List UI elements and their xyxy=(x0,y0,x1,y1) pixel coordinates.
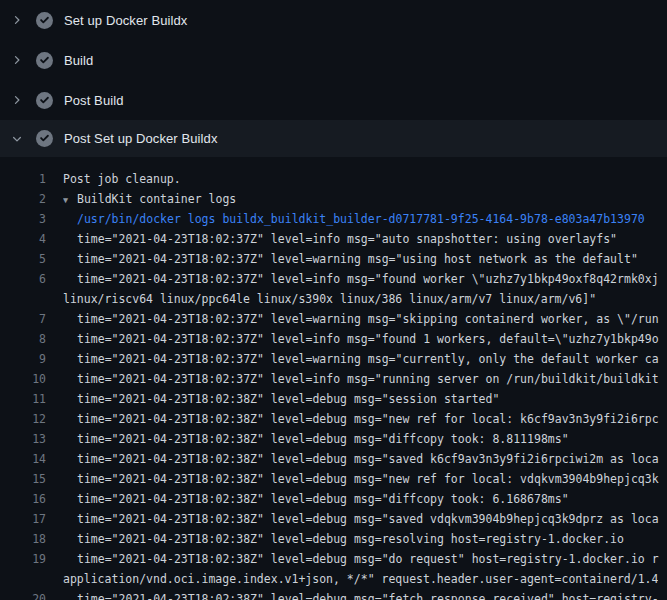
check-circle-icon xyxy=(36,130,53,147)
step-label: Build xyxy=(64,53,93,68)
log-line-text: time="2021-04-23T18:02:38Z" level=debug … xyxy=(77,429,569,449)
line-number[interactable]: 9 xyxy=(0,349,46,369)
log-line-text: time="2021-04-23T18:02:38Z" level=debug … xyxy=(77,469,659,489)
log-line: 20 time="2021-04-23T18:02:38Z" level=deb… xyxy=(0,589,667,600)
log-line: 9 time="2021-04-23T18:02:37Z" level=warn… xyxy=(0,349,667,369)
line-number[interactable]: 17 xyxy=(0,509,46,529)
log-output: 1 Post job cleanup. 2 ▼BuildKit containe… xyxy=(0,157,667,600)
line-number[interactable]: 11 xyxy=(0,389,46,409)
line-number[interactable]: 18 xyxy=(0,529,46,549)
log-line: 5 time="2021-04-23T18:02:37Z" level=warn… xyxy=(0,249,667,269)
log-line-text: time="2021-04-23T18:02:38Z" level=debug … xyxy=(77,529,624,549)
log-line: 2 ▼BuildKit container logs xyxy=(0,189,667,209)
log-line-text: time="2021-04-23T18:02:38Z" level=debug … xyxy=(77,489,569,509)
log-line-text: time="2021-04-23T18:02:37Z" level=info m… xyxy=(77,229,617,249)
chevron-right-icon xyxy=(10,13,24,27)
log-line-text: time="2021-04-23T18:02:38Z" level=debug … xyxy=(77,449,659,469)
log-line: 18 time="2021-04-23T18:02:38Z" level=deb… xyxy=(0,529,667,549)
line-number[interactable]: 10 xyxy=(0,369,46,389)
check-circle-icon xyxy=(36,12,53,29)
line-number[interactable] xyxy=(0,569,46,589)
log-line-text: time="2021-04-23T18:02:37Z" level=warnin… xyxy=(77,249,638,269)
log-line: 6 time="2021-04-23T18:02:37Z" level=info… xyxy=(0,269,667,289)
line-number[interactable]: 7 xyxy=(0,309,46,329)
log-line-text: time="2021-04-23T18:02:37Z" level=warnin… xyxy=(77,349,659,369)
log-line: 19 time="2021-04-23T18:02:38Z" level=deb… xyxy=(0,549,667,569)
log-line: 14 time="2021-04-23T18:02:38Z" level=deb… xyxy=(0,449,667,469)
log-line: linux/riscv64 linux/ppc64le linux/s390x … xyxy=(0,289,667,309)
log-line-text: linux/riscv64 linux/ppc64le linux/s390x … xyxy=(63,289,596,309)
line-number[interactable]: 5 xyxy=(0,249,46,269)
log-line-text: time="2021-04-23T18:02:37Z" level=info m… xyxy=(77,269,659,289)
line-number[interactable]: 1 xyxy=(0,169,46,189)
step-label: Set up Docker Buildx xyxy=(64,13,187,28)
chevron-down-icon xyxy=(10,132,24,146)
log-line: 8 time="2021-04-23T18:02:37Z" level=info… xyxy=(0,329,667,349)
line-number[interactable]: 6 xyxy=(0,269,46,289)
line-number[interactable]: 12 xyxy=(0,409,46,429)
log-line: 16 time="2021-04-23T18:02:38Z" level=deb… xyxy=(0,489,667,509)
log-line: 1 Post job cleanup. xyxy=(0,169,667,189)
log-line-text: application/vnd.oci.image.index.v1+json,… xyxy=(63,569,658,589)
actions-log-viewer: Set up Docker Buildx Build Post Build xyxy=(0,0,667,600)
line-number[interactable]: 19 xyxy=(0,549,46,569)
line-number[interactable]: 2 xyxy=(0,189,46,209)
log-line: 13 time="2021-04-23T18:02:38Z" level=deb… xyxy=(0,429,667,449)
step-header-2[interactable]: Post Build xyxy=(0,80,667,120)
log-line-text: /usr/bin/docker logs buildx_buildkit_bui… xyxy=(77,209,645,229)
step-header-1[interactable]: Build xyxy=(0,40,667,80)
group-toggle-icon[interactable]: ▼ xyxy=(63,190,77,210)
log-line: application/vnd.oci.image.index.v1+json,… xyxy=(0,569,667,589)
log-line-text: ▼BuildKit container logs xyxy=(63,189,236,209)
log-line: 17 time="2021-04-23T18:02:38Z" level=deb… xyxy=(0,509,667,529)
log-line-text: Post job cleanup. xyxy=(63,169,181,189)
log-line: 10 time="2021-04-23T18:02:37Z" level=inf… xyxy=(0,369,667,389)
log-line-text: time="2021-04-23T18:02:37Z" level=info m… xyxy=(77,329,659,349)
line-number[interactable]: 14 xyxy=(0,449,46,469)
line-number[interactable]: 15 xyxy=(0,469,46,489)
log-line-text: time="2021-04-23T18:02:38Z" level=debug … xyxy=(77,509,659,529)
check-circle-icon xyxy=(36,92,53,109)
line-number[interactable]: 3 xyxy=(0,209,46,229)
log-line: 3 /usr/bin/docker logs buildx_buildkit_b… xyxy=(0,209,667,229)
step-label: Post Build xyxy=(64,93,124,108)
step-header-0[interactable]: Set up Docker Buildx xyxy=(0,0,667,40)
log-line: 11 time="2021-04-23T18:02:38Z" level=deb… xyxy=(0,389,667,409)
line-number[interactable]: 20 xyxy=(0,589,46,600)
log-line: 15 time="2021-04-23T18:02:38Z" level=deb… xyxy=(0,469,667,489)
log-line: 7 time="2021-04-23T18:02:37Z" level=warn… xyxy=(0,309,667,329)
line-number[interactable]: 4 xyxy=(0,229,46,249)
step-label: Post Set up Docker Buildx xyxy=(64,131,218,146)
step-list: Set up Docker Buildx Build Post Build xyxy=(0,0,667,157)
chevron-right-icon xyxy=(10,53,24,67)
log-line-text: time="2021-04-23T18:02:38Z" level=debug … xyxy=(77,389,499,409)
line-number[interactable]: 13 xyxy=(0,429,46,449)
log-line-text: time="2021-04-23T18:02:38Z" level=debug … xyxy=(77,549,659,569)
log-line-text: time="2021-04-23T18:02:38Z" level=debug … xyxy=(77,409,659,429)
log-line: 4 time="2021-04-23T18:02:37Z" level=info… xyxy=(0,229,667,249)
step-header-3[interactable]: Post Set up Docker Buildx xyxy=(0,120,667,157)
log-line: 12 time="2021-04-23T18:02:38Z" level=deb… xyxy=(0,409,667,429)
line-number[interactable]: 8 xyxy=(0,329,46,349)
chevron-right-icon xyxy=(10,93,24,107)
line-number[interactable]: 16 xyxy=(0,489,46,509)
log-line-text: time="2021-04-23T18:02:37Z" level=warnin… xyxy=(77,309,659,329)
check-circle-icon xyxy=(36,52,53,69)
line-number[interactable] xyxy=(0,289,46,309)
log-line-text: time="2021-04-23T18:02:37Z" level=info m… xyxy=(77,369,659,389)
log-line-text: time="2021-04-23T18:02:38Z" level=debug … xyxy=(77,589,659,600)
